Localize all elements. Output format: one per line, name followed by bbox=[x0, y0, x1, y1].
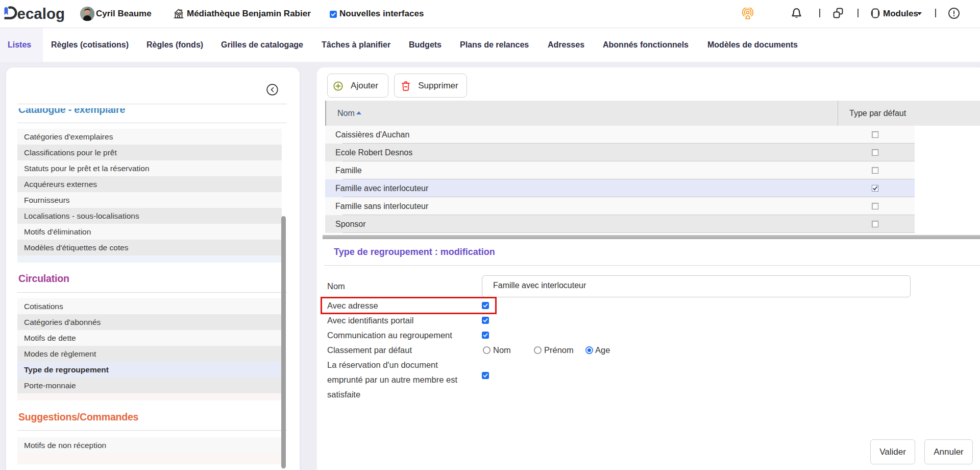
svg-text:ecalog: ecalog bbox=[17, 5, 65, 22]
